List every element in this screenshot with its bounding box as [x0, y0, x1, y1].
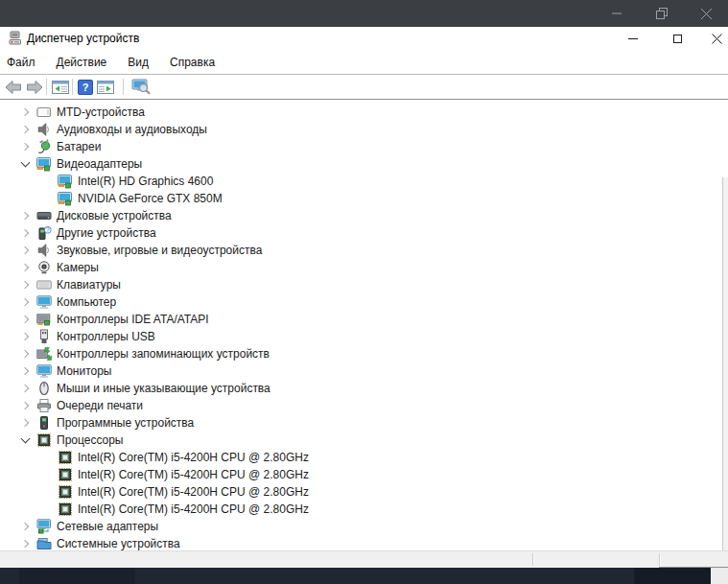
tree-item[interactable]: Клавиатуры — [0, 276, 728, 293]
display-adapter-icon — [58, 174, 73, 189]
tree-item-label: Intel(R) Core(TM) i5-4200H CPU @ 2.80GHz — [78, 451, 309, 464]
maximize-icon[interactable] — [663, 27, 692, 51]
chevron-collapsed-icon[interactable] — [15, 397, 36, 414]
menu-help[interactable]: Справка — [159, 51, 225, 74]
tree-item[interactable]: Мониторы — [0, 362, 728, 380]
tree-item-label: Системные устройства — [57, 537, 180, 550]
menu-view[interactable]: Вид — [117, 51, 159, 74]
menu-file[interactable]: Файл — [0, 51, 46, 74]
tree-item-label: NVIDIA GeForce GTX 850M — [78, 192, 223, 205]
desktop-taskbar[interactable] — [0, 568, 728, 584]
chevron-collapsed-icon[interactable] — [15, 311, 36, 328]
tree-item[interactable]: Контроллеры IDE ATA/ATAPI — [0, 311, 728, 328]
tree-item[interactable]: Аудиовходы и аудиовыходы — [0, 121, 728, 138]
help-icon[interactable]: ? — [77, 77, 94, 98]
tree-item-label: Intel(R) Core(TM) i5-4200H CPU @ 2.80GHz — [78, 502, 309, 516]
toolbar-separator — [46, 79, 47, 95]
minimize-icon[interactable] — [619, 27, 647, 51]
scan-hardware-changes-icon[interactable] — [131, 77, 151, 98]
chevron-collapsed-icon[interactable] — [15, 224, 36, 242]
chevron-collapsed-icon[interactable] — [15, 518, 36, 535]
chevron-expanded-icon[interactable] — [15, 432, 36, 449]
chevron-expanded-icon[interactable] — [15, 155, 36, 173]
tree-item[interactable]: Очереди печати — [0, 397, 728, 414]
tree-item[interactable]: Intel(R) HD Graphics 4600 — [0, 173, 728, 190]
software-device-icon — [36, 415, 52, 431]
tree-item[interactable]: Intel(R) Core(TM) i5-4200H CPU @ 2.80GHz — [0, 501, 728, 518]
titlebar: Диспетчер устройств — [0, 27, 728, 51]
tree-item[interactable]: Intel(R) Core(TM) i5-4200H CPU @ 2.80GHz — [0, 449, 728, 466]
chevron-collapsed-icon[interactable] — [15, 242, 36, 259]
menu-action[interactable]: Действие — [46, 51, 118, 74]
toolbar-separator — [123, 79, 124, 95]
chevron-collapsed-icon[interactable] — [15, 380, 36, 397]
taskbar-segment[interactable] — [19, 568, 135, 584]
chevron-collapsed-icon[interactable] — [15, 276, 36, 293]
chevron-collapsed-icon[interactable] — [15, 293, 36, 311]
tree-item[interactable]: Мыши и иные указывающие устройства — [0, 380, 728, 397]
tree-item-label: Intel(R) HD Graphics 4600 — [78, 175, 213, 188]
svg-text:?: ? — [46, 226, 50, 233]
chevron-collapsed-icon[interactable] — [15, 259, 36, 276]
tree-item[interactable]: ?Другие устройства — [0, 224, 728, 242]
chevron-collapsed-icon[interactable] — [15, 535, 36, 550]
tree-item[interactable]: Батареи — [0, 138, 728, 155]
tree-item[interactable]: Контроллеры USB — [0, 328, 728, 345]
close-icon[interactable] — [706, 27, 728, 51]
close-icon[interactable] — [690, 0, 722, 27]
menu-bar: Файл Действие Вид Справка — [0, 51, 728, 74]
tree-item[interactable]: Звуковые, игровые и видеоустройства — [0, 242, 728, 259]
computer-icon — [36, 294, 52, 310]
chevron-collapsed-icon[interactable] — [15, 138, 36, 155]
tree-item[interactable]: Процессоры — [0, 432, 728, 449]
forward-icon[interactable] — [26, 77, 43, 98]
tree-item-label: Intel(R) Core(TM) i5-4200H CPU @ 2.80GHz — [78, 468, 309, 481]
window-title: Диспетчер устройств — [27, 27, 139, 51]
display-adapter-icon — [58, 191, 73, 206]
tree-item-label: Аудиовходы и аудиовыходы — [57, 123, 207, 136]
restore-icon[interactable] — [646, 0, 678, 27]
tree-item[interactable]: Камеры — [0, 259, 728, 276]
taskbar-segment[interactable] — [634, 568, 711, 584]
monitor-icon — [36, 363, 52, 379]
show-console-tree-icon[interactable] — [51, 77, 70, 98]
minimize-icon[interactable] — [600, 0, 633, 27]
tree-item[interactable]: Сетевые адаптеры — [0, 518, 728, 535]
tree-item-label: Контроллеры IDE ATA/ATAPI — [57, 313, 209, 326]
tree-item[interactable]: Системные устройства — [0, 535, 728, 550]
chevron-collapsed-icon[interactable] — [15, 345, 36, 362]
tree-item[interactable]: Программные устройства — [0, 414, 728, 432]
chevron-placeholder — [42, 190, 58, 207]
tree-item-label: Мыши и иные указывающие устройства — [57, 382, 270, 395]
tree-item-label: Очереди печати — [57, 399, 143, 412]
tree-item[interactable]: Дисковые устройства — [0, 207, 728, 224]
tree-item[interactable]: Компьютер — [0, 293, 728, 311]
vertical-scrollbar[interactable] — [722, 177, 728, 550]
tree-item[interactable]: Intel(R) Core(TM) i5-4200H CPU @ 2.80GHz — [0, 483, 728, 501]
tree-item[interactable]: Видеоадаптеры — [0, 155, 728, 173]
sound-device-icon — [36, 243, 52, 258]
tree-item-label: Видеоадаптеры — [57, 157, 142, 171]
chevron-placeholder — [42, 173, 58, 190]
statusbar-divider — [659, 553, 660, 566]
svg-text:?: ? — [82, 82, 89, 93]
device-manager-app-icon — [8, 31, 23, 46]
display-adapter-icon — [36, 156, 52, 172]
back-icon[interactable] — [5, 77, 22, 98]
tree-item[interactable]: Контроллеры запоминающих устройств — [0, 345, 728, 362]
camera-icon — [36, 260, 52, 275]
chevron-collapsed-icon[interactable] — [15, 414, 36, 432]
chevron-collapsed-icon[interactable] — [15, 104, 36, 121]
chevron-collapsed-icon[interactable] — [15, 207, 36, 224]
tree-item-label: Мониторы — [57, 364, 111, 378]
usb-controller-icon — [36, 329, 52, 344]
chevron-collapsed-icon[interactable] — [15, 362, 36, 380]
print-queue-icon — [36, 398, 52, 413]
chevron-collapsed-icon[interactable] — [15, 121, 36, 138]
chevron-collapsed-icon[interactable] — [15, 328, 36, 345]
tree-item[interactable]: Intel(R) Core(TM) i5-4200H CPU @ 2.80GHz — [0, 466, 728, 483]
tree-item[interactable]: NVIDIA GeForce GTX 850M — [0, 190, 728, 207]
properties-icon[interactable] — [96, 77, 115, 98]
processor-icon — [58, 502, 73, 517]
tree-item[interactable]: MTD-устройства — [0, 104, 728, 121]
